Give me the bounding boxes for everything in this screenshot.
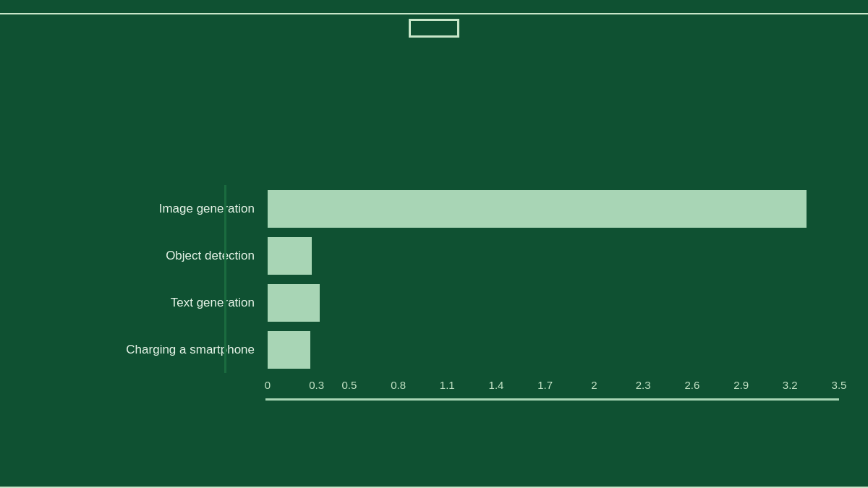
x-tick-label: 2.6 (684, 379, 699, 391)
title-box (409, 19, 459, 38)
x-tick-label: 1.7 (537, 379, 553, 391)
bar-track (268, 190, 839, 228)
x-tick-label: 1.4 (489, 379, 504, 391)
y-axis-line (224, 185, 226, 373)
x-tick-label: 2.3 (636, 379, 651, 391)
x-tick-label: 1.1 (440, 379, 455, 391)
bar-fill (268, 190, 807, 228)
x-tick-label: 2 (591, 379, 597, 391)
x-tick-label: 0 (265, 379, 271, 391)
chart-area: Image generationObject detectionText gen… (0, 141, 868, 445)
bar-track (268, 284, 839, 322)
x-tick-label: 3.2 (783, 379, 798, 391)
bar-label: Text generation (43, 296, 268, 310)
chart-inner: Image generationObject detectionText gen… (0, 141, 868, 445)
bar-track (268, 237, 839, 275)
x-tick-label: 0.8 (391, 379, 406, 391)
x-tick-label: 2.9 (733, 379, 749, 391)
bars-section: Image generationObject detectionText gen… (0, 185, 868, 373)
top-border (0, 13, 868, 14)
bar-row: Text generation (43, 279, 839, 326)
x-axis-line (265, 398, 839, 401)
bar-fill (268, 284, 320, 322)
bar-row: Charging a smartphone (43, 326, 839, 373)
bar-row: Object detection (43, 232, 839, 279)
bar-label: Charging a smartphone (43, 343, 268, 357)
bar-track (268, 331, 839, 369)
x-tick-label: 3.5 (832, 379, 847, 391)
x-axis-labels-wrapper: 00.30.50.81.11.41.722.32.62.93.23.5 (268, 379, 839, 401)
bar-label: Object detection (43, 249, 268, 263)
x-tick-label: 0.3 (309, 379, 324, 391)
bar-row: Image generation (43, 185, 839, 232)
bar-fill (268, 331, 310, 369)
bar-label: Image generation (43, 202, 268, 216)
x-axis-container: 00.30.50.81.11.41.722.32.62.93.23.5 (0, 379, 868, 401)
x-tick-label: 0.5 (341, 379, 357, 391)
bar-fill (268, 237, 312, 275)
